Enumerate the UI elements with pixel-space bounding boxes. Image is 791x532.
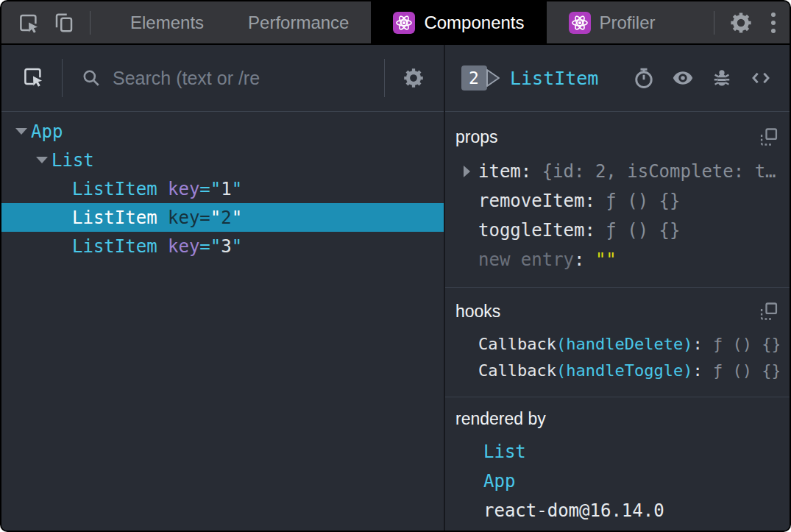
tab-label: Profiler [600,13,656,33]
quote: " [210,236,221,257]
view-source-code-icon[interactable] [750,67,772,89]
expander-down-icon[interactable] [12,128,31,135]
owner-link[interactable]: List [483,441,526,462]
colon: : [692,335,702,353]
prop-value: {id: 2, isComplete: t… [542,161,776,182]
component-name: ListItem [72,179,157,199]
key-attr: key [168,208,199,228]
debug-bug-icon[interactable] [711,67,733,89]
tree-row-listitem-1[interactable]: ListItemkey="1" [1,174,444,203]
hook-type: Callback [478,335,556,353]
inspect-element-icon[interactable] [18,12,40,34]
search-input[interactable] [113,68,333,89]
tab-elements[interactable]: Elements [108,1,226,43]
colon: : [521,161,531,182]
equals: = [199,179,210,199]
details-pane: 2 ListItem [445,45,790,531]
inspect-dom-eye-icon[interactable] [672,67,694,89]
rendered-by-app[interactable]: App [483,467,779,496]
device-toolbar-icon[interactable] [53,12,75,34]
prop-name: toggleItem [478,220,585,241]
owner-link[interactable]: App [483,471,515,492]
components-panel: App List ListItemkey="1" ListItemkey="2" [1,45,790,531]
hook-row-handledelete[interactable]: Callback(handleDelete):ƒ () {} [478,330,779,357]
hook-row-handletoggle[interactable]: Callback(handleToggle):ƒ () {} [478,357,779,383]
new-entry-value-input[interactable]: "" [595,249,617,270]
quote: " [232,208,242,228]
quote: " [210,179,221,199]
quote: " [232,179,242,199]
react-logo-icon [393,12,415,34]
component-name: ListItem [72,208,157,228]
component-name: App [31,121,63,142]
colon: : [585,220,595,241]
key-badge-value: 2 [469,68,479,88]
separator [90,11,91,35]
prop-row-toggleitem[interactable]: toggleItem:ƒ () {} [464,216,779,245]
select-element-icon[interactable] [1,65,62,91]
settings-gear-icon[interactable] [729,11,753,35]
tree-row-listitem-3[interactable]: ListItemkey="3" [1,232,444,260]
tab-label: Components [424,13,524,33]
expander-right-icon[interactable] [464,166,478,177]
quote: " [210,208,221,228]
key-value: 3 [221,236,231,257]
tab-components[interactable]: Components [371,1,546,43]
tree-row-list[interactable]: List [1,146,444,174]
prop-name: removeItem [478,191,585,211]
component-name: ListItem [72,236,157,257]
key-attr: key [168,236,199,257]
hooks-section: hooks Callback(handleDelete):ƒ () {} Cal… [445,288,790,397]
hook-value: ƒ () {} [713,361,779,380]
kebab-menu-icon[interactable] [759,11,778,35]
colon: : [585,191,595,211]
tree-pane: App List ListItemkey="1" ListItemkey="2" [1,45,445,531]
prop-value: ƒ () {} [606,191,680,211]
tab-strip: Elements Performance Components [108,1,678,43]
tab-performance[interactable]: Performance [226,1,371,43]
key-badge: 2 [461,65,500,91]
renderer-version: react-dom@16.14.0 [483,500,664,521]
rendered-by-react-dom: react-dom@16.14.0 [483,496,779,525]
new-entry-name-input[interactable]: new entry [478,249,574,270]
tab-profiler[interactable]: Profiler [547,1,678,43]
component-name: List [52,150,94,171]
hook-value: ƒ () {} [713,335,779,353]
search-icon [82,68,101,88]
colon: : [574,249,584,270]
key-value: 2 [221,208,231,228]
copy-to-clipboard-icon[interactable] [759,127,779,147]
equals: = [199,236,210,257]
hook-fn-name: (handleToggle) [556,361,692,380]
suspend-stopwatch-icon[interactable] [633,67,655,89]
component-tree: App List ListItemkey="1" ListItemkey="2" [1,112,444,531]
rendered-by-section: rendered by List App react-dom@16.14.0 [445,397,790,531]
rendered-by-list[interactable]: List [483,437,779,467]
react-logo-icon [569,12,591,34]
key-attr: key [168,179,199,199]
search-bar[interactable] [63,68,384,89]
expander-down-icon[interactable] [32,157,52,163]
rendered-by-title: rendered by [455,409,546,429]
prop-row-new-entry[interactable]: new entry:"" [464,245,779,274]
props-section-title: props [455,127,498,147]
tab-label: Elements [130,13,204,33]
props-section: props item:{id: 2, isComplete: t… [445,112,790,288]
tree-row-listitem-2-selected[interactable]: ListItemkey="2" [1,203,444,232]
tree-toolbar [1,45,444,112]
devtools-tab-bar: Elements Performance Components [1,1,790,45]
devtools-window: Elements Performance Components [0,0,791,532]
hooks-section-title: hooks [455,302,500,322]
tree-row-app[interactable]: App [1,117,444,146]
key-value: 1 [221,179,231,199]
prop-row-removeitem[interactable]: removeItem:ƒ () {} [464,186,779,216]
prop-value: ƒ () {} [606,220,680,241]
copy-to-clipboard-icon[interactable] [759,301,779,322]
view-settings-gear-icon[interactable] [402,67,425,89]
quote: " [232,236,242,257]
hook-fn-name: (handleDelete) [556,335,692,353]
details-header: 2 ListItem [445,45,790,112]
equals: = [199,208,210,228]
prop-row-item[interactable]: item:{id: 2, isComplete: t… [464,157,779,186]
prop-name: item [478,161,521,182]
